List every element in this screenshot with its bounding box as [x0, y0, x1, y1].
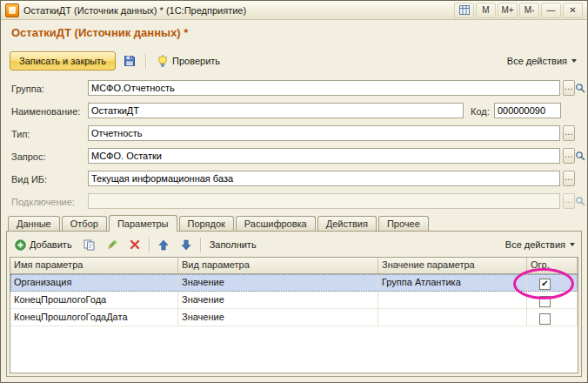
- type-choose-button[interactable]: ...: [563, 125, 575, 141]
- save-and-close-label: Записать и закрыть: [19, 56, 106, 66]
- fill-button[interactable]: Заполнить: [204, 234, 262, 255]
- add-label: Добавить: [30, 239, 72, 250]
- connection-input: [88, 193, 560, 209]
- param-kind-cell[interactable]: Значение: [178, 274, 378, 291]
- code-label: Код:: [471, 106, 490, 117]
- edit-button[interactable]: [102, 234, 123, 255]
- dropdown-caret-icon: [570, 243, 575, 246]
- fill-label: Заполнить: [210, 239, 257, 250]
- query-open-button[interactable]: [574, 148, 586, 164]
- parameters-toolbar: Добавить: [10, 234, 578, 255]
- lightbulb-icon: [157, 55, 169, 68]
- param-name-cell[interactable]: КонецПрошлогоГодаДата: [10, 309, 178, 326]
- parameters-panel: Добавить: [6, 231, 582, 377]
- restriction-checkbox[interactable]: [539, 313, 551, 325]
- save-button[interactable]: [119, 50, 140, 71]
- param-restriction-cell[interactable]: ✔: [527, 274, 578, 291]
- calculator-button[interactable]: [454, 3, 474, 18]
- window-titlebar: ОстаткиДТ (Источник данных) * (1С:Предпр…: [1, 1, 587, 20]
- minimize-button[interactable]: —: [541, 3, 561, 18]
- move-up-button[interactable]: [153, 234, 174, 255]
- tab-strip: Данные Отбор Параметры Порядок Расшифров…: [8, 215, 431, 232]
- magnifier-icon: [575, 196, 585, 206]
- toolbar-separator: [145, 54, 146, 69]
- calculator-grid-icon: [459, 5, 470, 15]
- memory-minus-button[interactable]: М-: [519, 3, 539, 18]
- ib-kind-choose-button[interactable]: ...: [563, 171, 575, 186]
- parameters-table: Имя параметра Вид параметра Значение пар…: [10, 257, 578, 373]
- query-label: Запрос:: [11, 151, 46, 162]
- group-label: Группа:: [11, 84, 44, 94]
- table-row[interactable]: КонецПрошлогоГода Значение: [10, 292, 578, 309]
- query-choose-button[interactable]: ...: [563, 148, 575, 164]
- toolbar-separator: [149, 238, 150, 252]
- ib-kind-label: Вид ИБ:: [11, 174, 47, 185]
- connection-choose-button: ...: [563, 193, 575, 209]
- tab-rasshifrovka[interactable]: Расшифровка: [236, 216, 316, 231]
- pencil-icon: [106, 239, 117, 251]
- param-restriction-cell[interactable]: [527, 292, 578, 308]
- table-row[interactable]: КонецПрошлогоГодаДата Значение: [10, 309, 578, 326]
- column-header-kind: Вид параметра: [178, 258, 378, 273]
- param-value-cell[interactable]: [378, 292, 527, 308]
- param-restriction-cell[interactable]: [527, 309, 578, 326]
- name-input[interactable]: [88, 103, 464, 118]
- ib-kind-input[interactable]: [88, 171, 560, 186]
- tab-parametry[interactable]: Параметры: [109, 215, 177, 232]
- add-button[interactable]: Добавить: [10, 234, 77, 255]
- form-title: ОстаткиДТ (Источник данных) *: [11, 26, 188, 39]
- dropdown-caret-icon: [571, 59, 577, 63]
- magnifier-icon: [575, 83, 585, 93]
- column-header-name: Имя параметра: [10, 258, 178, 273]
- table-row[interactable]: Организация Значение Группа Атлантика ✔: [10, 274, 578, 292]
- copy-button[interactable]: [79, 234, 100, 255]
- table-all-actions-label: Все действия: [505, 239, 565, 250]
- 1c-form-window: ОстаткиДТ (Источник данных) * (1С:Предпр…: [0, 0, 588, 383]
- tab-deystviya[interactable]: Действия: [317, 216, 377, 231]
- 1c-app-icon: [5, 3, 19, 17]
- tab-otbor[interactable]: Отбор: [62, 216, 107, 231]
- column-header-restriction: Огр.: [527, 258, 578, 273]
- column-header-value: Значение параметра: [378, 258, 527, 273]
- param-name-cell[interactable]: Организация: [10, 274, 178, 291]
- param-kind-cell[interactable]: Значение: [178, 292, 378, 308]
- close-button[interactable]: ✕: [563, 3, 583, 18]
- tab-dannye[interactable]: Данные: [8, 216, 60, 231]
- magnifier-icon: [575, 151, 585, 161]
- all-actions-label: Все действия: [507, 56, 567, 66]
- arrow-down-icon: [181, 239, 191, 251]
- restriction-checkbox[interactable]: [539, 296, 551, 307]
- restriction-checkbox[interactable]: ✔: [539, 279, 551, 290]
- query-input[interactable]: [88, 148, 560, 164]
- tab-prochee[interactable]: Прочее: [378, 216, 429, 231]
- copy-icon: [84, 239, 95, 251]
- table-header-row: Имя параметра Вид параметра Значение пар…: [10, 258, 578, 274]
- window-controls: М М+ М- — ✕: [454, 3, 583, 18]
- group-open-button[interactable]: [574, 80, 586, 96]
- delete-button[interactable]: [124, 234, 145, 255]
- param-value-cell[interactable]: [378, 309, 527, 326]
- memory-recall-button[interactable]: М: [476, 3, 496, 18]
- connection-open-button: [574, 193, 586, 209]
- all-actions-button[interactable]: Все действия: [504, 51, 580, 71]
- code-input[interactable]: [494, 103, 561, 118]
- save-and-close-button[interactable]: Записать и закрыть: [10, 51, 116, 71]
- move-down-button[interactable]: [176, 234, 197, 255]
- group-input[interactable]: [88, 80, 560, 96]
- type-label: Тип:: [11, 129, 30, 139]
- toolbar-separator: [200, 238, 201, 252]
- table-all-actions-button[interactable]: Все действия: [502, 235, 578, 254]
- arrow-up-icon: [158, 239, 169, 251]
- param-value-cell[interactable]: Группа Атлантика: [378, 274, 527, 291]
- check-button[interactable]: Проверить: [151, 50, 225, 71]
- param-kind-cell[interactable]: Значение: [178, 309, 378, 326]
- group-choose-button[interactable]: ...: [563, 80, 575, 96]
- param-name-cell[interactable]: КонецПрошлогоГода: [10, 292, 178, 308]
- memory-plus-button[interactable]: М+: [498, 3, 518, 18]
- command-bar: Записать и закрыть Проверить Все действи…: [10, 50, 580, 71]
- floppy-disk-icon: [124, 55, 136, 67]
- name-label: Наименование:: [11, 106, 80, 117]
- tab-poryadok[interactable]: Порядок: [179, 216, 234, 231]
- table-empty-area: [10, 326, 578, 373]
- type-input[interactable]: [88, 125, 560, 141]
